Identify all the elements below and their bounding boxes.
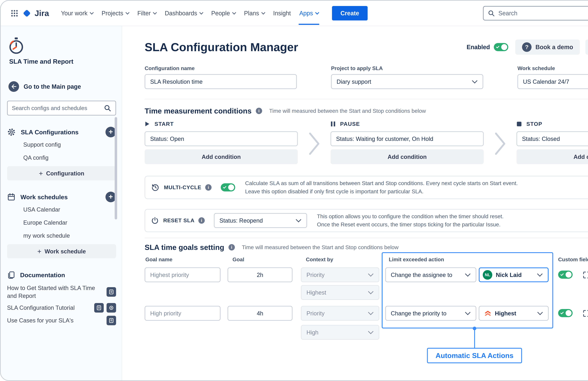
work-schedule-select[interactable]: US Calendar 24/7 bbox=[517, 74, 588, 89]
nav-filter[interactable]: Filter bbox=[133, 7, 161, 20]
goal-name-input[interactable] bbox=[145, 267, 220, 282]
assignee-select[interactable]: NL Nick Laid bbox=[479, 267, 549, 282]
sidebar-item-qa-config[interactable]: QA config bbox=[7, 151, 116, 164]
assignee-avatar: NL bbox=[483, 270, 492, 280]
nav-insight[interactable]: Insight bbox=[269, 7, 295, 20]
sidebar-item-europe-calendar[interactable]: Europe Calendar bbox=[7, 216, 116, 229]
col-header-context-by: Context by bbox=[306, 256, 333, 263]
reset-status-select[interactable]: Status: Reopend bbox=[214, 213, 307, 228]
add-schedule-icon[interactable]: + bbox=[105, 192, 116, 202]
info-icon[interactable]: i bbox=[205, 184, 211, 190]
goals-note: Time will measured between the Start and… bbox=[242, 244, 399, 251]
config-name-input[interactable] bbox=[145, 74, 297, 89]
nav-apps[interactable]: Apps bbox=[295, 7, 323, 20]
nav-plans[interactable]: Plans bbox=[240, 7, 269, 20]
reset-sla-label: RESET SLA bbox=[163, 217, 194, 224]
context-value-select[interactable]: High bbox=[301, 325, 379, 340]
reset-sla-row: RESET SLA i Status: Reopend This option … bbox=[145, 209, 588, 232]
context-value-select[interactable]: Highest bbox=[301, 285, 379, 300]
stop-add-condition-button[interactable]: Add condition bbox=[517, 149, 588, 164]
main-nav: Your work Projects Filter Dashboards Peo… bbox=[57, 7, 323, 20]
conditions-note: Time will measured between the Start and… bbox=[269, 108, 426, 114]
doc-badge-icon bbox=[106, 287, 116, 297]
sla-goals-table: Goal name Goal Context by Limit exceeded… bbox=[145, 256, 588, 366]
annotation-connector-dot bbox=[473, 327, 476, 330]
multi-cycle-description: Calculate SLA as sum of all transitions … bbox=[245, 179, 518, 196]
limit-action-select[interactable]: Change the priority to bbox=[385, 306, 476, 321]
sla-configurations-section: SLA Configurations + bbox=[7, 126, 116, 138]
add-configuration-button[interactable]: + Configuration bbox=[7, 166, 116, 180]
pause-add-condition-button[interactable]: Add condition bbox=[331, 149, 484, 164]
limit-action-select[interactable]: Change the assignee to bbox=[385, 267, 476, 282]
reset-sla-description: This option allows you to configure the … bbox=[317, 212, 504, 229]
sidebar-item-my-work-schedule[interactable]: my work schedule bbox=[7, 229, 116, 242]
pause-condition-column: PAUSE Status: Waiting for customer, On H… bbox=[331, 121, 484, 164]
project-select[interactable]: Diary support bbox=[331, 74, 483, 89]
nav-projects[interactable]: Projects bbox=[97, 7, 133, 20]
priority-value-select[interactable]: Highest bbox=[479, 306, 549, 321]
doc-item-configuration-tutorial[interactable]: SLA Configuration Tutorial bbox=[7, 303, 116, 313]
history-icon bbox=[151, 183, 160, 192]
context-by-select[interactable]: Priority bbox=[301, 306, 379, 321]
col-header-custom-field: Custom field i bbox=[558, 256, 588, 263]
add-work-schedule-button[interactable]: + Work schedule bbox=[7, 244, 116, 258]
top-navbar: Jira Your work Projects Filter Dashboard… bbox=[1, 1, 588, 26]
global-search[interactable] bbox=[483, 6, 588, 21]
custom-field-toggle[interactable] bbox=[558, 271, 573, 279]
doc-item-get-started[interactable]: How to Get Started with SLA Time and Rep… bbox=[7, 284, 116, 300]
sidebar-search-input[interactable] bbox=[12, 105, 101, 111]
chevron-down-icon bbox=[261, 11, 265, 15]
info-icon[interactable]: i bbox=[256, 108, 262, 114]
automatic-sla-actions-callout: Automatic SLA Actions bbox=[427, 348, 522, 363]
documentation-icon bbox=[7, 271, 15, 279]
chevron-right-icon bbox=[298, 121, 331, 164]
sidebar-item-support-config[interactable]: Support config bbox=[7, 138, 116, 151]
doc-item-use-cases[interactable]: Use Cases for your SLA's bbox=[7, 316, 116, 325]
gear-icon bbox=[7, 128, 16, 137]
start-condition-value[interactable]: Status: Open bbox=[145, 131, 298, 146]
global-search-input[interactable] bbox=[498, 10, 588, 17]
stop-condition-column: STOP Status: Closed Add condition bbox=[517, 121, 588, 164]
start-add-condition-button[interactable]: Add condition bbox=[145, 149, 298, 164]
goal-value-input[interactable] bbox=[228, 267, 293, 282]
multi-cycle-label: MULTI-CYCLE bbox=[164, 184, 201, 190]
app-switcher-icon[interactable] bbox=[8, 7, 21, 20]
goal-name-input[interactable] bbox=[145, 306, 220, 321]
chevron-down-icon bbox=[153, 11, 157, 15]
back-to-main-page[interactable]: Go to the Main page bbox=[8, 81, 116, 92]
power-icon bbox=[151, 216, 159, 225]
sidebar-search[interactable] bbox=[7, 101, 116, 115]
jira-logo[interactable]: Jira bbox=[22, 8, 49, 18]
add-configuration-icon[interactable]: + bbox=[105, 127, 116, 137]
divider bbox=[145, 99, 588, 99]
work-schedule-label: Work schedule bbox=[517, 65, 588, 71]
jira-wordmark: Jira bbox=[35, 9, 49, 18]
pause-condition-value[interactable]: Status: Waiting for customer, On Hold bbox=[331, 131, 484, 146]
stopwatch-logo-icon bbox=[7, 37, 116, 56]
stop-condition-value[interactable]: Status: Closed bbox=[517, 131, 588, 146]
goals-section-title: SLA time goals setting bbox=[145, 243, 224, 252]
chevron-down-icon bbox=[126, 11, 129, 15]
setup-wizard-button[interactable]: Setup Wizard bbox=[586, 40, 588, 55]
sidebar-scrollbar[interactable] bbox=[115, 117, 117, 219]
nav-people[interactable]: People bbox=[207, 7, 240, 20]
sidebar-item-usa-calendar[interactable]: USA Calendar bbox=[7, 203, 116, 216]
priority-highest-icon bbox=[484, 310, 491, 317]
custom-field-toggle[interactable] bbox=[558, 309, 573, 317]
multi-cycle-toggle[interactable] bbox=[221, 183, 235, 191]
info-icon[interactable]: i bbox=[229, 244, 235, 251]
context-by-select[interactable]: Priority bbox=[301, 267, 379, 282]
search-icon bbox=[104, 105, 111, 112]
enabled-label: Enabled bbox=[467, 44, 490, 51]
info-icon[interactable]: i bbox=[198, 217, 205, 224]
create-button[interactable]: Create bbox=[332, 6, 368, 21]
enabled-toggle[interactable] bbox=[494, 43, 508, 51]
app-window: Jira Your work Projects Filter Dashboard… bbox=[0, 0, 588, 381]
goal-value-input[interactable] bbox=[228, 306, 293, 321]
chevron-down-icon bbox=[232, 11, 236, 15]
nav-your-work[interactable]: Your work bbox=[57, 7, 97, 20]
expand-icon[interactable] bbox=[583, 271, 588, 279]
nav-dashboards[interactable]: Dashboards bbox=[161, 7, 207, 20]
expand-icon[interactable] bbox=[583, 309, 588, 318]
book-demo-button[interactable]: ? Book a demo bbox=[515, 40, 580, 55]
